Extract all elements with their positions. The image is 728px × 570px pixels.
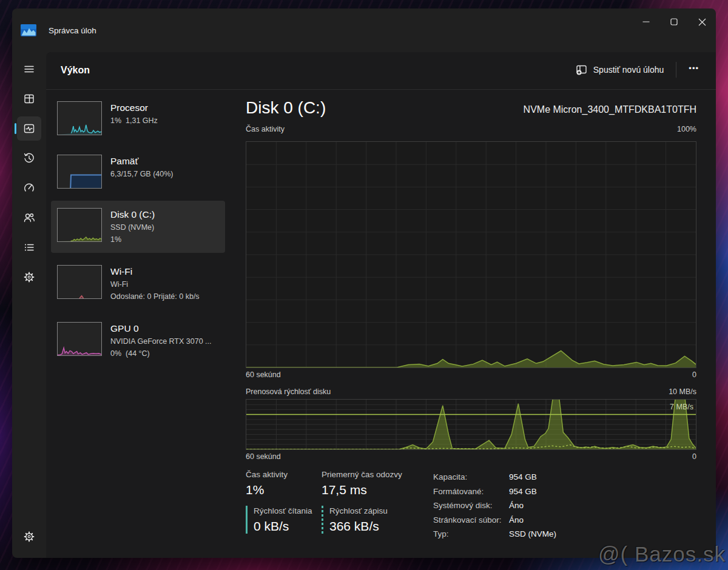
performance-icon <box>23 122 35 135</box>
disk-mini-chart <box>57 208 102 242</box>
disk-properties: Kapacita:954 GB Formátované:954 GB Systé… <box>433 469 556 542</box>
read-speed-label: Rýchlosť čítania <box>254 506 312 516</box>
perf-item-title: Pamäť <box>110 155 174 168</box>
desktop-wallpaper: { "colors": { "accent": "#4cc2ff", "indi… <box>0 0 728 570</box>
new-task-icon <box>576 64 587 75</box>
details-list-icon <box>23 241 35 253</box>
detail-title: Disk 0 (C:) <box>246 98 326 118</box>
chart2-xright-label: 0 <box>692 452 696 462</box>
history-clock-icon <box>23 152 35 164</box>
maximize-button[interactable] <box>660 8 688 35</box>
device-name: NVMe Micron_3400_MTFDKBA1T0TFH <box>524 104 696 118</box>
property-row: Stránkovací súbor:Áno <box>433 513 556 528</box>
write-speed-indicator <box>322 506 323 534</box>
sidebar-item-startup-apps[interactable] <box>17 176 41 200</box>
disk-detail-pane: Disk 0 (C:) NVMe Micron_3400_MTFDKBA1T0T… <box>246 91 696 542</box>
minimize-icon <box>642 18 650 25</box>
minimize-button[interactable] <box>632 8 660 35</box>
sidebar-item-details[interactable] <box>17 235 41 260</box>
perf-item-stats: Wi-Fi <box>110 278 200 290</box>
gauge-icon <box>23 182 35 194</box>
more-options-button[interactable]: ••• <box>682 61 705 79</box>
memory-mini-chart <box>57 155 102 189</box>
toolbar-divider <box>676 62 676 78</box>
content-panel: Výkon Spustiť novú úlohu ••• Procesor 1%… <box>46 52 716 558</box>
active-time-value: 1% <box>246 483 322 497</box>
menu-toggle-button[interactable] <box>17 57 41 81</box>
task-manager-app-icon <box>21 24 36 36</box>
write-speed-value: 366 kB/s <box>329 519 388 534</box>
perf-item-memory[interactable]: Pamäť 6,3/15,7 GB (40%) <box>51 147 225 196</box>
chart1-xleft-label: 60 sekúnd <box>246 370 281 380</box>
chart2-ymax-label: 10 MB/s <box>669 387 696 397</box>
perf-item-disk0[interactable]: Disk 0 (C:) SSD (NVMe) 1% <box>51 201 225 253</box>
sidebar-item-users[interactable] <box>17 206 41 230</box>
services-cog-icon <box>23 271 35 283</box>
perf-item-stats: NVIDIA GeForce RTX 3070 ... <box>110 335 212 347</box>
perf-item-stats: 1% 1,31 GHz <box>110 115 158 127</box>
disk-activity-chart <box>246 141 696 368</box>
cpu-mini-chart <box>57 101 102 135</box>
page-title: Výkon <box>61 65 90 76</box>
perf-item-cpu[interactable]: Procesor 1% 1,31 GHz <box>51 94 225 142</box>
sidebar-item-app-history[interactable] <box>17 146 41 170</box>
property-row: Kapacita:954 GB <box>433 470 556 485</box>
performance-list: Procesor 1% 1,31 GHz Pamäť 6,3/15,7 GB (… <box>51 94 225 372</box>
disk-stats: Čas aktivity 1% Priemerný čas odozvy 17,… <box>246 469 696 542</box>
run-new-task-button[interactable]: Spustiť novú úlohu <box>570 59 670 80</box>
perf-item-gpu0[interactable]: GPU 0 NVIDIA GeForce RTX 3070 ... 0% (44… <box>51 315 225 367</box>
sidebar-item-performance[interactable] <box>17 116 41 141</box>
task-manager-window: Správca úloh <box>12 8 716 558</box>
perf-item-wifi[interactable]: Wi-Fi Wi-Fi Odoslané: 0 Prijaté: 0 kb/s <box>51 258 225 310</box>
perf-item-title: Procesor <box>110 101 158 115</box>
property-row: Typ:SSD (NVMe) <box>433 527 556 542</box>
chart2-xleft-label: 60 sekúnd <box>246 452 281 462</box>
read-speed-value: 0 kB/s <box>254 519 312 534</box>
perf-item-stats: SSD (NVMe) <box>110 221 155 233</box>
chart2-title: Prenosová rýchlosť disku <box>246 387 331 397</box>
run-new-task-label: Spustiť novú úlohu <box>593 65 664 75</box>
sidebar-item-processes[interactable] <box>17 87 41 111</box>
close-button[interactable] <box>688 8 716 35</box>
settings-gear-icon <box>23 531 35 543</box>
wifi-mini-chart <box>57 265 102 299</box>
property-row: Systémový disk:Áno <box>433 498 556 513</box>
disk-transfer-chart: 7 MB/s <box>246 399 696 450</box>
selected-indicator <box>15 123 16 134</box>
titlebar: Správca úloh <box>12 8 716 52</box>
processes-icon <box>23 93 35 105</box>
hamburger-icon <box>23 63 35 75</box>
marker-line-label: 7 MB/s <box>670 403 693 411</box>
active-time-label: Čas aktivity <box>246 469 322 480</box>
chart1-ymax-label: 100% <box>677 125 696 135</box>
sidebar-item-settings[interactable] <box>17 525 41 549</box>
perf-item-title: Disk 0 (C:) <box>110 208 155 221</box>
toolbar: Výkon Spustiť novú úlohu ••• <box>46 52 716 90</box>
read-speed-indicator <box>246 506 248 534</box>
maximize-icon <box>670 18 678 25</box>
chart1-title: Čas aktivity <box>246 125 285 135</box>
property-row: Formátované:954 GB <box>433 485 556 499</box>
response-time-value: 17,5 ms <box>322 483 402 497</box>
window-title: Správca úloh <box>49 26 96 35</box>
perf-item-title: GPU 0 <box>110 322 212 335</box>
write-speed-label: Rýchlosť zápisu <box>329 506 388 516</box>
users-icon <box>23 212 35 224</box>
perf-item-stats: 6,3/15,7 GB (40%) <box>110 168 174 180</box>
close-icon <box>698 18 706 26</box>
sidebar-item-services[interactable] <box>17 265 41 289</box>
response-time-label: Priemerný čas odozvy <box>322 469 402 480</box>
gpu-mini-chart <box>57 322 102 356</box>
perf-item-title: Wi-Fi <box>110 265 200 278</box>
chart1-xright-label: 0 <box>692 370 696 380</box>
sidebar-nav <box>12 52 46 558</box>
